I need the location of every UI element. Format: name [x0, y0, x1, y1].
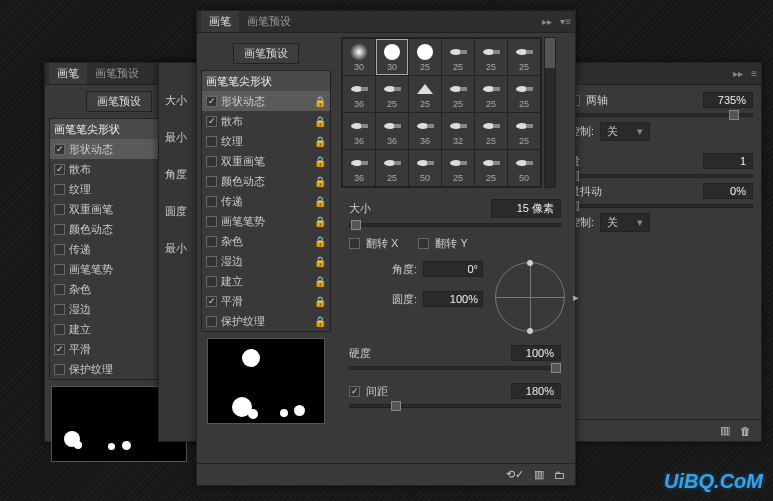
- brush-tip-cell[interactable]: 25: [442, 150, 474, 186]
- lock-icon[interactable]: 🔒: [314, 156, 326, 167]
- brush-tip-cell[interactable]: 30: [343, 39, 375, 75]
- list-item[interactable]: 湿边🔒: [202, 251, 330, 271]
- collapse-icon[interactable]: ▸▸: [538, 16, 556, 27]
- count-slider[interactable]: [569, 174, 753, 178]
- twoaxis-slider[interactable]: [569, 113, 753, 117]
- brush-tip-cell[interactable]: 36: [376, 113, 408, 149]
- list-item[interactable]: 散布🔒: [202, 111, 330, 131]
- brush-tip-cell[interactable]: 25: [508, 39, 540, 75]
- list-header[interactable]: 画笔笔尖形状: [202, 71, 330, 91]
- brush-tip-cell[interactable]: 25: [508, 76, 540, 112]
- item-checkbox[interactable]: [54, 284, 65, 295]
- folder-icon[interactable]: 🗀: [554, 469, 565, 481]
- grid-scrollbar[interactable]: [544, 37, 556, 188]
- item-checkbox[interactable]: [54, 184, 65, 195]
- brush-tip-cell[interactable]: 32: [442, 113, 474, 149]
- item-checkbox[interactable]: [54, 324, 65, 335]
- twoaxis-value[interactable]: 735%: [703, 92, 753, 108]
- tab-brush-bg[interactable]: 画笔: [49, 63, 87, 84]
- item-checkbox[interactable]: [54, 164, 65, 175]
- preset-button-bg[interactable]: 画笔预设: [86, 91, 152, 112]
- spacing-slider[interactable]: [349, 404, 561, 408]
- size-slider[interactable]: [349, 223, 561, 227]
- item-checkbox[interactable]: [54, 244, 65, 255]
- new-preset-icon[interactable]: ▥: [534, 468, 544, 481]
- brush-tip-cell[interactable]: 36: [343, 113, 375, 149]
- list-item[interactable]: 建立🔒: [202, 271, 330, 291]
- item-checkbox[interactable]: [206, 176, 217, 187]
- item-checkbox[interactable]: [54, 364, 65, 375]
- lock-icon[interactable]: 🔒: [314, 236, 326, 247]
- collapse-icon[interactable]: ▸▸: [729, 68, 747, 79]
- lock-icon[interactable]: 🔒: [314, 136, 326, 147]
- jitter-slider[interactable]: [569, 204, 753, 208]
- brush-tip-cell[interactable]: 25: [475, 39, 507, 75]
- item-checkbox[interactable]: [206, 156, 217, 167]
- lock-icon[interactable]: 🔒: [314, 296, 326, 307]
- lock-icon[interactable]: 🔒: [314, 116, 326, 127]
- brush-tip-cell[interactable]: 25: [409, 76, 441, 112]
- control2-select[interactable]: 关: [600, 213, 650, 232]
- item-checkbox[interactable]: [54, 144, 65, 155]
- brush-tip-cell[interactable]: 25: [442, 39, 474, 75]
- lock-icon[interactable]: 🔒: [314, 256, 326, 267]
- flipy-checkbox[interactable]: [418, 238, 429, 249]
- tab-brush[interactable]: 画笔: [201, 11, 239, 32]
- item-checkbox[interactable]: [206, 236, 217, 247]
- list-item[interactable]: 传递🔒: [202, 191, 330, 211]
- item-checkbox[interactable]: [206, 96, 217, 107]
- hardness-slider[interactable]: [349, 366, 561, 370]
- hardness-value[interactable]: 100%: [511, 345, 561, 361]
- control1-select[interactable]: 关: [600, 122, 650, 141]
- list-item[interactable]: 双重画笔🔒: [202, 151, 330, 171]
- list-item[interactable]: 杂色🔒: [202, 231, 330, 251]
- list-item[interactable]: 颜色动态🔒: [202, 171, 330, 191]
- brush-tip-grid[interactable]: 3030252525253625252525253636363225253625…: [341, 37, 542, 188]
- lock-icon[interactable]: 🔒: [314, 196, 326, 207]
- roundness-input[interactable]: [423, 291, 483, 307]
- brush-tip-cell[interactable]: 25: [442, 76, 474, 112]
- spacing-checkbox[interactable]: [349, 386, 360, 397]
- item-checkbox[interactable]: [206, 116, 217, 127]
- item-checkbox[interactable]: [54, 264, 65, 275]
- flipx-checkbox[interactable]: [349, 238, 360, 249]
- item-checkbox[interactable]: [206, 316, 217, 327]
- brush-tip-cell[interactable]: 25: [409, 39, 441, 75]
- brush-tip-cell[interactable]: 25: [376, 76, 408, 112]
- item-checkbox[interactable]: [54, 224, 65, 235]
- item-checkbox[interactable]: [206, 276, 217, 287]
- list-item[interactable]: 保护纹理🔒: [202, 311, 330, 331]
- list-item[interactable]: 画笔笔势🔒: [202, 211, 330, 231]
- menu-icon[interactable]: ▾≡: [556, 16, 575, 27]
- item-checkbox[interactable]: [54, 304, 65, 315]
- brush-tip-cell[interactable]: 25: [376, 150, 408, 186]
- list-item[interactable]: 平滑🔒: [202, 291, 330, 311]
- item-checkbox[interactable]: [54, 344, 65, 355]
- brush-tip-cell[interactable]: 36: [343, 150, 375, 186]
- brush-tip-cell[interactable]: 25: [475, 150, 507, 186]
- lock-icon[interactable]: 🔒: [314, 316, 326, 327]
- jitter-value[interactable]: 0%: [703, 183, 753, 199]
- item-checkbox[interactable]: [54, 204, 65, 215]
- angle-wheel[interactable]: [495, 262, 565, 332]
- tab-preset-bg[interactable]: 画笔预设: [87, 63, 147, 84]
- brush-tip-cell[interactable]: 36: [409, 113, 441, 149]
- lock-icon[interactable]: 🔒: [314, 176, 326, 187]
- brush-tip-cell[interactable]: 50: [508, 150, 540, 186]
- trash-icon[interactable]: 🗑: [740, 425, 751, 437]
- menu-icon[interactable]: ≡: [747, 68, 761, 79]
- lock-icon[interactable]: 🔒: [314, 276, 326, 287]
- preset-button[interactable]: 画笔预设: [233, 43, 299, 64]
- spacing-value[interactable]: 180%: [511, 383, 561, 399]
- new-icon[interactable]: ▥: [720, 424, 730, 437]
- item-checkbox[interactable]: [206, 296, 217, 307]
- lock-icon[interactable]: 🔒: [314, 96, 326, 107]
- angle-input[interactable]: [423, 261, 483, 277]
- brush-tip-cell[interactable]: 25: [475, 76, 507, 112]
- size-value[interactable]: 15 像素: [491, 199, 561, 218]
- brush-tip-cell[interactable]: 25: [475, 113, 507, 149]
- brush-tip-cell[interactable]: 30: [376, 39, 408, 75]
- brush-tip-cell[interactable]: 25: [508, 113, 540, 149]
- item-checkbox[interactable]: [206, 196, 217, 207]
- item-checkbox[interactable]: [206, 256, 217, 267]
